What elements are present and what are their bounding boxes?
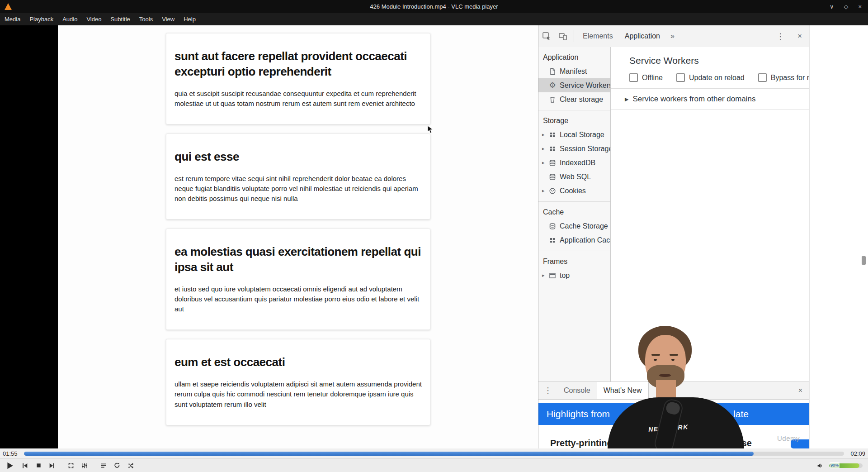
devtools-toolbar: Elements Application » ⋮ × — [538, 25, 809, 48]
section-header: Storage — [538, 113, 610, 128]
post-card: ea molestias quasi exercitationem repell… — [166, 229, 430, 330]
sidebar-item-local-storage[interactable]: ▸ Local Storage — [538, 128, 610, 142]
service-worker-options: Offline Update on reload Bypass for netw… — [629, 73, 809, 82]
sidebar-item-web-sql[interactable]: Web SQL — [538, 170, 610, 184]
device-toolbar-icon[interactable] — [555, 28, 571, 44]
window-minimize-button[interactable]: ∨ — [830, 3, 834, 10]
loop-button[interactable] — [111, 460, 123, 472]
other-domains-label: Service workers from other domains — [632, 95, 755, 104]
vlc-logo-icon — [5, 3, 12, 10]
tab-console[interactable]: Console — [557, 382, 597, 399]
menu-help[interactable]: Help — [179, 13, 200, 25]
manifest-icon — [548, 67, 557, 76]
vlc-menubar: Media Playback Audio Video Subtitle Tool… — [0, 13, 868, 25]
bypass-for-network-option[interactable]: Bypass for network — [758, 73, 809, 82]
expand-arrow-icon[interactable]: ▸ — [542, 132, 548, 138]
webcam-overlay: NEW YORK — [605, 326, 748, 448]
post-title: eum et est occaecati — [175, 355, 422, 370]
menu-video[interactable]: Video — [82, 13, 106, 25]
trash-icon — [548, 95, 557, 104]
sidebar-item-indexeddb[interactable]: ▸ IndexedDB — [538, 156, 610, 170]
expand-arrow-icon[interactable]: ▶ — [625, 96, 628, 102]
divider — [611, 110, 809, 110]
window-title: 426 Module Introduction.mp4 - VLC media … — [0, 3, 868, 10]
update-on-reload-option[interactable]: Update on reload — [676, 73, 745, 82]
toolbar-divider — [574, 30, 574, 42]
offline-option[interactable]: Offline — [629, 73, 663, 82]
expand-arrow-icon[interactable]: ▸ — [542, 272, 548, 278]
total-time: 02:09 — [847, 450, 868, 457]
menu-tools[interactable]: Tools — [135, 13, 157, 25]
update-on-reload-checkbox[interactable] — [676, 73, 685, 82]
posts-list: sunt aut facere repellat provident occae… — [166, 25, 430, 425]
menu-media[interactable]: Media — [0, 13, 25, 25]
sidebar-item-service-workers[interactable]: ⚙ Service Workers — [538, 78, 610, 92]
post-title: ea molestias quasi exercitationem repell… — [175, 244, 422, 275]
extended-settings-button[interactable] — [79, 460, 90, 472]
seek-bar-row: 01:55 02:09 — [0, 448, 868, 458]
sidebar-item-clear-storage[interactable]: Clear storage — [538, 92, 610, 106]
devtools-close-icon[interactable]: × — [790, 32, 809, 41]
menu-playback[interactable]: Playback — [25, 13, 58, 25]
sidebar-item-application-cache[interactable]: Application Cache — [538, 233, 610, 247]
post-title: qui est esse — [175, 149, 422, 165]
drawer-menu-icon[interactable]: ⋮ — [538, 386, 557, 396]
tab-elements[interactable]: Elements — [577, 25, 619, 47]
more-tabs-icon[interactable]: » — [666, 32, 679, 40]
frame-icon — [548, 272, 557, 280]
section-header: Cache — [538, 205, 610, 219]
gear-icon: ⚙ — [548, 81, 557, 90]
bypass-label: Bypass for network — [771, 74, 809, 82]
update-on-reload-label: Update on reload — [689, 74, 745, 82]
sidebar-item-top-frame[interactable]: ▸ top — [538, 268, 610, 282]
recorded-webpage: sunt aut facere repellat provident occae… — [58, 25, 538, 448]
section-header: Application — [538, 50, 610, 64]
sidebar-item-manifest[interactable]: Manifest — [538, 64, 610, 78]
cookie-icon — [548, 187, 557, 195]
fullscreen-button[interactable] — [65, 460, 77, 472]
section-header: Frames — [538, 254, 610, 268]
post-title: sunt aut facere repellat provident occae… — [175, 49, 422, 80]
tab-application[interactable]: Application — [619, 25, 666, 47]
expand-arrow-icon[interactable]: ▸ — [542, 146, 548, 152]
menu-audio[interactable]: Audio — [58, 13, 82, 25]
vlc-window: 426 Module Introduction.mp4 - VLC media … — [0, 0, 868, 472]
menu-view[interactable]: View — [157, 13, 179, 25]
window-close-button[interactable]: × — [858, 3, 862, 10]
next-button[interactable] — [46, 460, 58, 472]
stop-button[interactable] — [33, 460, 44, 472]
playlist-button[interactable] — [98, 460, 109, 472]
expand-arrow-icon[interactable]: ▸ — [542, 188, 548, 194]
menu-subtitle[interactable]: Subtitle — [106, 13, 134, 25]
post-card: sunt aut facere repellat provident occae… — [166, 33, 430, 124]
play-button[interactable] — [3, 460, 17, 472]
bypass-checkbox[interactable] — [758, 73, 767, 82]
database-icon — [548, 173, 557, 181]
drawer-close-icon[interactable]: × — [792, 386, 809, 395]
previous-button[interactable] — [19, 460, 31, 472]
sidebar-section-application: Application Manifest ⚙ — [538, 47, 610, 110]
volume-icon[interactable] — [814, 460, 826, 472]
application-sidebar: Application Manifest ⚙ — [538, 47, 611, 382]
window-maximize-button[interactable]: ◇ — [844, 3, 848, 10]
expand-arrow-icon[interactable]: ▸ — [542, 160, 548, 166]
seek-progress — [24, 452, 754, 456]
post-body: ullam et saepe reiciendis voluptatem adi… — [175, 379, 422, 410]
table-icon — [548, 236, 557, 244]
sidebar-item-session-storage[interactable]: ▸ Session Storage — [538, 142, 610, 156]
offline-label: Offline — [642, 74, 663, 82]
video-display: sunt aut facere repellat provident occae… — [0, 25, 868, 448]
sidebar-item-cache-storage[interactable]: Cache Storage — [538, 219, 610, 233]
table-icon — [548, 131, 557, 139]
banner-text-left: Highlights from — [547, 409, 610, 420]
inspect-element-icon[interactable] — [538, 28, 555, 44]
devtools-menu-icon[interactable]: ⋮ — [771, 31, 790, 42]
sidebar-item-cookies[interactable]: ▸ Cookies — [538, 184, 610, 198]
other-domains-row[interactable]: ▶ Service workers from other domains — [625, 95, 809, 104]
offline-checkbox[interactable] — [629, 73, 638, 82]
volume-slider[interactable]: 90% — [829, 463, 863, 468]
database-icon — [548, 222, 557, 230]
seek-slider[interactable] — [24, 452, 844, 456]
scrollbar-artifact — [862, 256, 866, 265]
shuffle-button[interactable] — [125, 460, 137, 472]
